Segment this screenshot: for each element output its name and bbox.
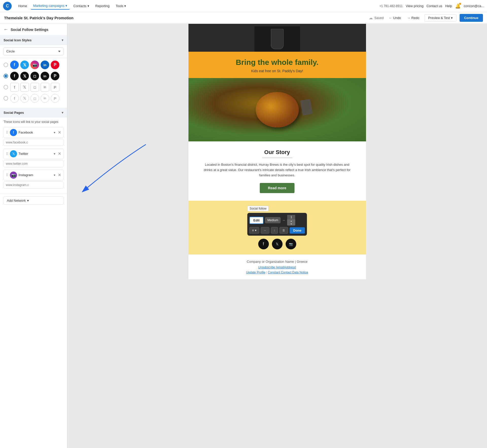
facebook-network-chevron[interactable]: ▾ — [54, 131, 55, 134]
radio-outline-squares[interactable] — [4, 85, 8, 89]
update-profile-link[interactable]: Update Profile — [246, 271, 265, 274]
add-network-button[interactable]: Add Network ▾ — [4, 196, 63, 205]
subheadline-text: Kids eat free on St. Paddy's Day! — [199, 69, 356, 73]
drink-image — [254, 26, 300, 52]
pinterest-gray-icon[interactable]: P — [51, 94, 59, 103]
facebook-drag-handle[interactable]: ⠿ — [6, 130, 8, 135]
twitter-network-chevron[interactable]: ▾ — [54, 152, 55, 156]
nav-right: +1 781-482-8911 View pricing Contact us … — [379, 3, 484, 9]
pinterest-black-icon[interactable]: P — [51, 72, 59, 80]
twitter-drag-handle[interactable]: ⠿ — [6, 152, 8, 156]
nav-reporting[interactable]: Reporting — [93, 3, 112, 9]
help-link[interactable]: Help — [445, 4, 452, 8]
sf-align-button[interactable]: ≡ ▾ — [249, 227, 259, 234]
twitter-url-input[interactable] — [4, 160, 63, 167]
nav-tools[interactable]: Tools ▾ — [113, 3, 129, 9]
style-dropdown[interactable]: Circle Square Rounded Plain — [4, 47, 63, 55]
sf-stepper-down[interactable]: ▼ — [287, 222, 295, 226]
contact-us-link[interactable]: Contact us — [426, 4, 442, 8]
instagram-colored-icon[interactable]: 📷 — [30, 61, 39, 69]
instagram-network-icon: 📷 — [10, 172, 17, 179]
twitter-network-header[interactable]: ⠿ 𝕏 Twitter ▾ ✕ — [4, 148, 63, 159]
email-top-section — [188, 24, 366, 52]
sf-stepper-up[interactable]: ▲ — [287, 219, 295, 222]
linkedin-gray-icon[interactable]: in — [41, 94, 49, 103]
instagram-drag-handle[interactable]: ⠿ — [6, 173, 8, 177]
sf-resize-icon: ↔ — [282, 218, 286, 222]
instagram-url-input[interactable] — [4, 181, 63, 189]
facebook-network-header[interactable]: ⠿ f Facebook ▾ ✕ — [4, 127, 63, 138]
twitter-remove-button[interactable]: ✕ — [58, 151, 61, 156]
radio-black-circles[interactable] — [4, 74, 8, 78]
twitter-display-icon[interactable]: 𝕏 — [272, 239, 283, 249]
social-pages-header[interactable]: Social Pages ▾ — [0, 108, 67, 117]
nav-marketing-campaigns[interactable]: Marketing campaigns ▾ — [31, 2, 70, 10]
sidebar-panel-title: Social Follow Settings — [11, 28, 48, 32]
main-layout: ← Social Follow Settings Social Icon Sty… — [0, 24, 487, 448]
sf-center-button[interactable]: ↔ — [261, 227, 269, 234]
linkedin-colored-icon[interactable]: in — [41, 61, 49, 69]
instagram-outline-icon[interactable]: ◻ — [30, 83, 39, 91]
sidebar-panel: ← Social Follow Settings Social Icon Sty… — [0, 24, 67, 448]
undo-redo-controls: ← Undo → Redo — [387, 15, 421, 21]
twitter-colored-icon[interactable]: 𝕏 — [20, 61, 29, 69]
facebook-display-icon[interactable]: f — [258, 239, 269, 249]
continue-button[interactable]: Continue — [460, 14, 483, 22]
instagram-display-icon[interactable]: 📷 — [286, 239, 296, 249]
sf-delete-button[interactable]: 🗑 — [280, 227, 288, 234]
logo[interactable]: C — [3, 2, 12, 10]
social-icon-styles-header[interactable]: Social Icon Styles ▾ — [0, 35, 67, 45]
facebook-remove-button[interactable]: ✕ — [58, 130, 61, 135]
radio-gray-circles[interactable] — [4, 96, 8, 101]
instagram-network-item: ⠿ 📷 Instagram ▾ ✕ — [4, 170, 63, 189]
read-more-button[interactable]: Read more — [260, 183, 294, 193]
instagram-remove-button[interactable]: ✕ — [58, 173, 61, 177]
twitter-outline-icon[interactable]: 𝕏 — [20, 83, 29, 91]
instagram-network-header[interactable]: ⠿ 📷 Instagram ▾ ✕ — [4, 170, 63, 180]
preview-test-button[interactable]: Preview & Test ▾ — [424, 14, 457, 22]
glass-shape — [271, 29, 284, 49]
icon-row-3: f 𝕏 ◻ in P — [4, 83, 63, 91]
back-arrow-icon[interactable]: ← — [4, 27, 8, 32]
facebook-black-icon[interactable]: f — [10, 72, 19, 80]
undo-button[interactable]: ← Undo — [387, 15, 403, 21]
pinterest-outline-icon[interactable]: P — [51, 83, 59, 91]
linkedin-black-icon[interactable]: in — [41, 72, 49, 80]
user-account[interactable]: concon@ca... — [464, 4, 484, 8]
radio-selected-dot — [5, 75, 7, 77]
redo-button[interactable]: → Redo — [405, 15, 421, 21]
facebook-gray-icon[interactable]: f — [10, 94, 19, 103]
linkedin-outline-icon[interactable]: in — [41, 83, 49, 91]
sf-space-button[interactable]: ↕ — [271, 227, 278, 234]
sf-spacing-stepper[interactable]: 1 ▲ ▼ — [287, 215, 295, 226]
sf-done-button[interactable]: Done — [290, 227, 305, 234]
facebook-colored-icon[interactable]: f — [10, 61, 19, 69]
nav-contacts[interactable]: Contacts ▾ — [71, 3, 92, 9]
view-pricing-link[interactable]: View pricing — [406, 4, 424, 8]
twitter-gray-icon[interactable]: 𝕏 — [20, 94, 29, 103]
radio-colored-circles[interactable] — [4, 63, 8, 67]
social-pages-chevron: ▾ — [62, 110, 63, 115]
email-canvas-area: Bring the whole family. Kids eat free on… — [67, 24, 487, 448]
instagram-network-chevron[interactable]: ▾ — [54, 173, 55, 177]
top-navigation: C Home Marketing campaigns ▾ Contacts ▾ … — [0, 0, 487, 12]
instagram-network-name: Instagram — [19, 173, 52, 177]
facebook-outline-icon[interactable]: f — [10, 83, 19, 91]
nav-home[interactable]: Home — [16, 3, 30, 9]
social-icon-styles-chevron: ▾ — [62, 38, 63, 42]
sf-size-select[interactable]: Medium Small Large — [265, 217, 281, 223]
icon-row-2: f 𝕏 ◻ in P — [4, 72, 63, 80]
twitter-black-icon[interactable]: 𝕏 — [20, 72, 29, 80]
style-selector-area: Circle Square Rounded Plain — [0, 45, 67, 58]
unsubscribe-link[interactable]: Unsubscribe [emailAddress] — [258, 266, 296, 269]
food-image — [188, 78, 366, 141]
instagram-gray-icon[interactable]: ◻ — [30, 94, 39, 103]
sf-edit-button[interactable]: Edit — [249, 217, 264, 224]
editor-toolbar: Themeisle St. Patrick's Day Promotion ☁ … — [0, 12, 487, 24]
facebook-url-input[interactable] — [4, 139, 63, 146]
sidebar-header: ← Social Follow Settings — [0, 24, 67, 35]
pinterest-colored-icon[interactable]: P — [51, 61, 59, 69]
notifications-bell[interactable]: 🔔 — [455, 3, 461, 9]
data-notice-link[interactable]: Constant Contact Data Notice — [268, 271, 308, 274]
instagram-black-icon[interactable]: ◻ — [30, 72, 39, 80]
